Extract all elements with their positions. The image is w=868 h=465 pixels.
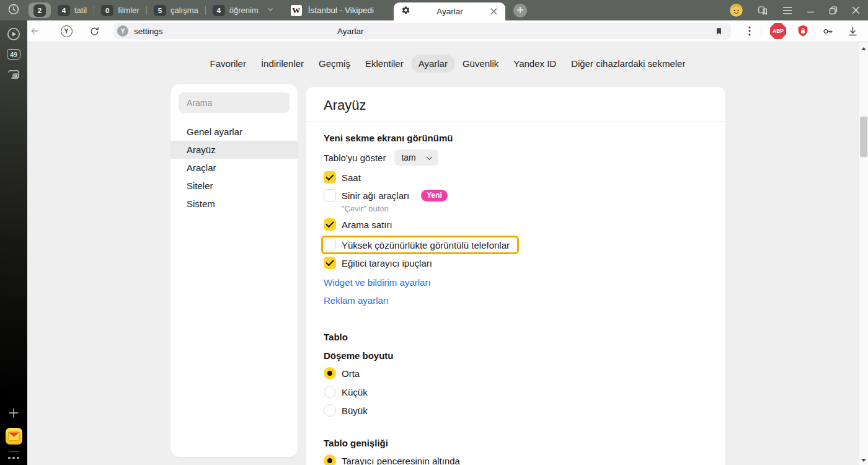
tab-group-active[interactable]: 2	[29, 2, 51, 18]
nav-diger-cihazlar[interactable]: Diğer cihazlardaki sekmeler	[564, 55, 693, 73]
scrollbar-down-arrow[interactable]	[861, 459, 866, 462]
radio-label: Büyük	[342, 405, 368, 416]
screenshot-icon[interactable]	[6, 66, 22, 82]
side-panels-icon[interactable]	[757, 5, 768, 16]
radio-unselected[interactable]	[324, 404, 336, 417]
bookmark-icon[interactable]	[711, 24, 726, 38]
search-input[interactable]	[179, 92, 290, 113]
checkbox-row-sinir-agi[interactable]: Sinir ağı araçları Yeni	[324, 189, 707, 202]
downloads-icon[interactable]	[844, 23, 861, 39]
nav-guvenlik[interactable]: Güvenlik	[455, 55, 506, 73]
more-options-icon[interactable]	[742, 24, 757, 38]
reload-button[interactable]	[87, 24, 102, 38]
tab-istanbul-vikipedi[interactable]: W İstanbul - Vikipedi	[291, 5, 374, 16]
tab-ayarlar-active[interactable]: Ayarlar	[394, 2, 505, 20]
checkbox-checked[interactable]	[324, 218, 336, 231]
tab-group-count-badge: 4	[213, 5, 225, 16]
scrollbar-up-arrow[interactable]	[861, 47, 866, 50]
sidebar-item-siteler[interactable]: Siteler	[170, 177, 298, 195]
nav-yandex-id[interactable]: Yandex ID	[506, 55, 564, 73]
divider	[306, 122, 725, 122]
radio-selected[interactable]	[324, 454, 336, 465]
chevron-down-icon[interactable]	[266, 5, 275, 16]
menu-icon[interactable]	[782, 6, 792, 15]
settings-sidebar-list: Genel ayarlar Arayüz Araçlar Siteler Sis…	[170, 123, 298, 213]
divider	[9, 451, 19, 452]
checkbox-checked[interactable]	[324, 257, 336, 269]
checkbox-unchecked[interactable]	[324, 189, 336, 202]
checkbox-unchecked[interactable]	[324, 239, 336, 251]
restore-icon[interactable]	[829, 6, 838, 15]
new-tab-button[interactable]	[513, 4, 527, 17]
radio-row-tarayici-penceresi[interactable]: Tarayıcı penceresinin altında	[324, 454, 707, 465]
sidebar-item-arayuz-selected[interactable]: Arayüz	[170, 141, 298, 159]
tab-title: İstanbul - Vikipedi	[308, 6, 374, 15]
dropdown-value: tam	[401, 153, 415, 162]
page-scrollbar[interactable]	[859, 43, 868, 465]
page-title: Ayarlar	[337, 27, 364, 36]
profile-avatar[interactable]	[730, 4, 743, 17]
tab-close-icon[interactable]	[489, 7, 499, 17]
settings-sidebar: Genel ayarlar Arayüz Araçlar Siteler Sis…	[170, 84, 298, 457]
back-button[interactable]	[27, 24, 42, 38]
show-table-dropdown[interactable]: tam	[394, 149, 438, 166]
video-player-icon[interactable]	[6, 26, 22, 42]
password-manager-icon[interactable]	[820, 23, 836, 39]
link-reklam-ayarlari[interactable]: Reklam ayarları	[324, 295, 389, 306]
section-title-new-tab: Yeni sekme ekranı görünümü	[324, 133, 707, 143]
radio-label: Küçük	[342, 387, 368, 397]
plus-icon	[516, 5, 524, 16]
page-favicon: Y	[117, 25, 128, 37]
rail-add-icon[interactable]	[6, 405, 22, 421]
yandex-mail-icon[interactable]	[6, 428, 22, 445]
nav-gecmis[interactable]: Geçmiş	[311, 55, 358, 73]
tab-group-count-badge: 2	[33, 4, 46, 17]
checkbox-label: Sinir ağı araçları	[342, 190, 409, 201]
radio-row-buyuk[interactable]: Büyük	[324, 404, 707, 417]
tab-bar: 2 4 tatil 0 filmler 5 çalışma 4 öğrenim	[0, 0, 868, 20]
adblock-extension-icon[interactable]: ABP	[770, 23, 786, 39]
checkbox-row-egitici-ipuclari[interactable]: Eğitici tarayıcı ipuçları	[324, 257, 707, 269]
sidebar-item-genel-ayarlar[interactable]: Genel ayarlar	[170, 123, 298, 141]
scrollbar-thumb[interactable]	[860, 117, 867, 157]
tab-group-calisma[interactable]: 5 çalışma	[154, 5, 198, 16]
tab-title: Ayarlar	[410, 7, 489, 16]
nav-eklentiler[interactable]: Eklentiler	[358, 55, 411, 73]
nav-indirilenler[interactable]: İndirilenler	[254, 55, 311, 73]
radio-selected[interactable]	[324, 367, 336, 379]
sidebar-item-araclar[interactable]: Araçlar	[170, 159, 298, 177]
nav-favoriler[interactable]: Favoriler	[203, 55, 254, 73]
checkbox-checked[interactable]	[324, 171, 336, 184]
protect-shield-icon[interactable]	[795, 23, 811, 39]
tab-counter-badge[interactable]: 49	[7, 49, 20, 60]
link-widget-bildirim[interactable]: Widget ve bildirim ayarları	[324, 277, 431, 288]
radio-row-kucuk[interactable]: Küçük	[324, 386, 707, 398]
minimize-icon[interactable]	[807, 6, 815, 14]
yandex-home-button[interactable]: Y	[59, 24, 74, 38]
gear-icon	[401, 6, 410, 17]
address-toolbar: Y Y settings Ayarlar ABP	[0, 20, 868, 42]
checkbox-row-yuksek-cozunurluk[interactable]: Yüksek çözünürlükte görüntülü telefonlar	[324, 239, 510, 251]
section-title-tablo: Tablo	[324, 332, 707, 342]
tab-group-ogrenim[interactable]: 4 öğrenim	[213, 5, 259, 16]
checkbox-row-arama-satiri[interactable]: Arama satırı	[324, 218, 707, 231]
radio-unselected[interactable]	[324, 386, 336, 398]
divider	[146, 6, 147, 15]
tab-group-label: filmler	[118, 6, 140, 15]
sidebar-item-sistem[interactable]: Sistem	[170, 195, 298, 213]
tab-group-filmler[interactable]: 0 filmler	[101, 5, 140, 16]
tab-group-count-badge: 4	[58, 5, 70, 16]
nav-ayarlar-selected[interactable]: Ayarlar	[411, 55, 455, 73]
close-icon[interactable]	[852, 6, 860, 14]
rail-more-icon[interactable]	[8, 457, 19, 459]
settings-page: Favoriler İndirilenler Geçmiş Eklentiler…	[27, 43, 868, 465]
radio-row-orta[interactable]: Orta	[324, 367, 707, 379]
checkbox-row-saat[interactable]: Saat	[324, 171, 707, 184]
tab-group-tatil[interactable]: 4 tatil	[58, 5, 87, 16]
address-bar[interactable]: Y settings Ayarlar	[113, 23, 731, 39]
history-button[interactable]	[7, 4, 20, 17]
show-table-label: Tablo'yu göster	[324, 153, 386, 163]
clock-icon	[7, 3, 20, 18]
checkbox-label: Arama satırı	[342, 219, 392, 230]
tab-group-label: tatil	[74, 6, 87, 15]
